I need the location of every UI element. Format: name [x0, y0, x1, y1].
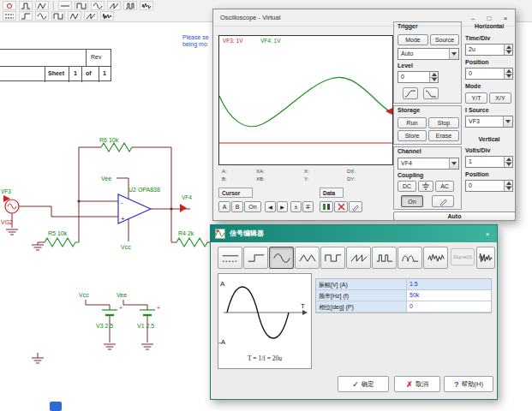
wave-triangle-button[interactable]: [295, 247, 320, 269]
source-vg2[interactable]: VG2: [1, 200, 19, 225]
isource-select[interactable]: VF3: [465, 116, 513, 128]
param-value[interactable]: 50k: [407, 290, 491, 301]
opamp-minus: -: [121, 199, 123, 206]
dialog-close-button[interactable]: ×: [480, 228, 495, 240]
cursor-left-button[interactable]: ◀: [265, 201, 276, 212]
falling-edge-button[interactable]: [423, 87, 439, 99]
trigger-source-button[interactable]: Source: [430, 34, 459, 45]
wave-pulse-button[interactable]: [372, 247, 397, 269]
sine-wave-icon: [272, 252, 291, 265]
coupling-label: Coupling: [398, 172, 423, 178]
spin-down-icon[interactable]: [430, 77, 438, 83]
run-button[interactable]: Run: [398, 117, 427, 128]
signal-editor-dialog: 信号编辑器 × Signal(I) A -A T T = 1/f = 20u 振…: [210, 224, 498, 400]
wave-sine-button[interactable]: [269, 247, 294, 269]
param-value[interactable]: 0: [407, 301, 491, 313]
pencil-icon: [439, 197, 448, 206]
battery-v1[interactable]: + V1 2.5: [137, 305, 160, 329]
timediv-input[interactable]: 2u: [465, 44, 513, 56]
opamp-u2[interactable]: U2 OPA838 - + Vee Vcc: [101, 176, 160, 250]
stop-button[interactable]: Stop: [428, 117, 459, 128]
cursor-minusplus-button[interactable]: ∓: [302, 201, 314, 212]
param-row-phase[interactable]: 相位[deg] (P) 0: [316, 301, 491, 313]
readout-a: A:: [222, 169, 227, 174]
resistor-r4[interactable]: R4 2k: [176, 230, 207, 247]
signal-editor-titlebar[interactable]: 信号编辑器 ×: [211, 225, 497, 242]
resistor-r6[interactable]: R6 10k: [99, 137, 132, 152]
trigger-mode-select[interactable]: Auto: [398, 48, 459, 60]
cancel-button[interactable]: ✗ 取消: [394, 376, 440, 392]
wave-dc-button[interactable]: [218, 247, 242, 269]
wave-square-button[interactable]: [320, 247, 345, 269]
channel-on-button[interactable]: On: [401, 195, 423, 207]
cancel-label: 取消: [415, 380, 428, 389]
wave-sawtooth-button[interactable]: [346, 247, 371, 269]
ok-button[interactable]: ✓ 确定: [338, 376, 389, 392]
dropdown-arrow-icon[interactable]: [449, 158, 458, 169]
horizontal-section-label: Horizontal: [462, 23, 517, 29]
yt-mode-button[interactable]: Y/T: [465, 92, 487, 104]
spin-down-icon[interactable]: [505, 186, 512, 192]
preview-period-axis-label: T: [301, 302, 305, 310]
help-label: 帮助(H): [462, 380, 483, 389]
store-button[interactable]: Store: [398, 130, 427, 141]
voltsdiv-input[interactable]: 1: [465, 156, 513, 168]
coupling-ac-button[interactable]: AC: [435, 181, 454, 192]
readout-x: X:: [304, 169, 309, 174]
wave-burst-button[interactable]: [476, 247, 495, 269]
v-position-input[interactable]: 0: [465, 180, 513, 192]
readout-xb: XB:: [256, 176, 265, 182]
clear-data-icon: [338, 203, 345, 211]
cursor-on-button[interactable]: On: [244, 201, 261, 212]
cursor-b-button[interactable]: B: [231, 201, 243, 212]
cross-icon: ✗: [406, 380, 413, 389]
erase-button[interactable]: Erase: [428, 130, 459, 141]
h-position-input[interactable]: 0: [465, 68, 513, 80]
cursor-plusminus-button[interactable]: ±: [290, 201, 302, 212]
vee-pin-label: Vee: [101, 176, 111, 182]
voltsdiv-label: Volts/Div: [465, 147, 490, 153]
square-wave-icon: [324, 252, 343, 265]
close-button[interactable]: ×: [498, 12, 513, 24]
scope-display[interactable]: VF3: 1V VF4: 1V: [218, 35, 393, 165]
readout-dy: DY:: [347, 176, 356, 182]
signal-import-button[interactable]: Signal(I): [451, 248, 475, 265]
probe-vf4[interactable]: VF4: [180, 194, 192, 212]
spin-down-icon[interactable]: [505, 74, 512, 80]
cursor-readouts: A: XA: X: DX: B: XB: Y: DY:: [218, 169, 393, 184]
noise-wave-icon: [427, 252, 445, 265]
junction-dot: [77, 200, 80, 202]
channel-select[interactable]: VF4: [398, 158, 459, 170]
wave-noise-button[interactable]: [423, 247, 448, 269]
param-value[interactable]: 1.5: [407, 279, 491, 290]
param-row-frequency[interactable]: 频率[Hz] (f) 50k: [316, 290, 491, 301]
cursor-a-button[interactable]: A: [218, 201, 230, 212]
clear-data-button[interactable]: [334, 201, 348, 212]
spin-down-icon[interactable]: [505, 50, 512, 56]
trigger-mode-button[interactable]: Mode: [398, 34, 428, 45]
channel-edit-button[interactable]: [432, 195, 454, 207]
rising-edge-button[interactable]: [403, 87, 418, 99]
minimize-button[interactable]: –: [465, 12, 481, 24]
preview-neg-amplitude-label: -A: [218, 338, 226, 346]
v1-label: V1 2.5: [137, 323, 154, 329]
help-button[interactable]: ? 帮助(H): [444, 376, 493, 392]
trigger-level-input[interactable]: 0: [398, 71, 439, 83]
coupling-gnd-button[interactable]: [418, 181, 433, 192]
param-row-amplitude[interactable]: 振幅[V] (A) 1.5: [316, 279, 491, 290]
dropdown-arrow-icon[interactable]: [503, 116, 512, 127]
app-taskbar-icon[interactable]: [50, 402, 62, 411]
resistor-r5[interactable]: R5 10k: [45, 230, 79, 247]
coupling-dc-button[interactable]: DC: [398, 181, 416, 192]
export-data-button[interactable]: [320, 201, 333, 212]
auto-button[interactable]: Auto: [393, 211, 516, 221]
xy-mode-button[interactable]: X/Y: [489, 92, 511, 104]
wave-step-button[interactable]: [243, 247, 268, 269]
edit-data-button[interactable]: [349, 201, 362, 212]
cursor-right-button[interactable]: ▶: [277, 201, 288, 212]
spin-down-icon[interactable]: [505, 162, 512, 168]
dropdown-arrow-icon[interactable]: [449, 49, 458, 59]
export-data-icon: [322, 203, 331, 211]
maximize-button[interactable]: □: [481, 12, 497, 24]
wave-rectified-button[interactable]: [398, 247, 422, 269]
